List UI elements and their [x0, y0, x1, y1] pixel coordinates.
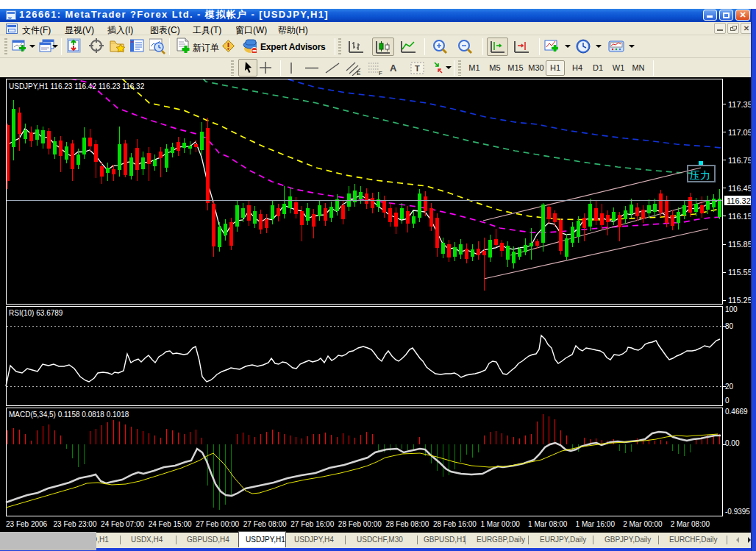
svg-text:2 Mar 08:00: 2 Mar 08:00 [671, 520, 710, 528]
svg-text:压力: 压力 [690, 169, 710, 181]
svg-text:116.45: 116.45 [728, 184, 752, 193]
svg-text:1 Mar 16:00: 1 Mar 16:00 [576, 520, 616, 528]
svg-text:116.32: 116.32 [727, 196, 751, 205]
svg-text:115.55: 115.55 [728, 268, 752, 277]
svg-text:MACD(5,34,5) 0.1158 0.0818 0.1: MACD(5,34,5) 0.1158 0.0818 0.1018 [9, 410, 129, 419]
svg-text:27 Feb 08:00: 27 Feb 08:00 [243, 520, 287, 528]
svg-text:100: 100 [725, 305, 738, 313]
svg-text:27 Feb 16:00: 27 Feb 16:00 [290, 520, 334, 528]
svg-text:24 Feb 07:00: 24 Feb 07:00 [101, 520, 144, 528]
svg-text:116.15: 116.15 [728, 212, 752, 221]
svg-text:-0.9395: -0.9395 [725, 508, 750, 516]
svg-text:0.4669: 0.4669 [725, 408, 748, 416]
svg-text:116.75: 116.75 [728, 156, 752, 165]
svg-text:80: 80 [725, 322, 734, 330]
svg-text:F: F [379, 70, 382, 76]
svg-text:T: T [415, 64, 420, 73]
svg-text:2 Mar 00:00: 2 Mar 00:00 [623, 520, 663, 528]
svg-text:USDJPY,H1 116.23 116.42 116.2: USDJPY,H1 116.23 116.42 116.23 116.32 [9, 82, 145, 90]
svg-text:28 Feb 16:00: 28 Feb 16:00 [433, 520, 477, 528]
svg-text:1 Mar 00:00: 1 Mar 00:00 [481, 520, 521, 528]
svg-text:20: 20 [725, 383, 734, 391]
svg-text:115.85: 115.85 [728, 240, 752, 249]
svg-text:28 Feb 00:00: 28 Feb 00:00 [338, 520, 382, 528]
svg-text:RSI(10) 63.6789: RSI(10) 63.6789 [9, 309, 63, 317]
svg-text:117.35: 117.35 [728, 100, 752, 109]
svg-text:27 Feb 00:00: 27 Feb 00:00 [196, 520, 239, 528]
svg-text:1 Mar 08:00: 1 Mar 08:00 [528, 520, 568, 528]
svg-text:0.00: 0.00 [725, 439, 740, 447]
svg-text:28 Feb 08:00: 28 Feb 08:00 [385, 520, 429, 528]
svg-text:23 Feb 23:00: 23 Feb 23:00 [54, 520, 97, 528]
svg-text:115.25: 115.25 [728, 296, 752, 305]
svg-text:E: E [357, 70, 360, 76]
svg-text:117.05: 117.05 [728, 128, 752, 137]
svg-text:23 Feb 2006: 23 Feb 2006 [6, 520, 48, 528]
svg-text:24 Feb 15:00: 24 Feb 15:00 [149, 520, 192, 528]
svg-text:0: 0 [725, 397, 730, 405]
